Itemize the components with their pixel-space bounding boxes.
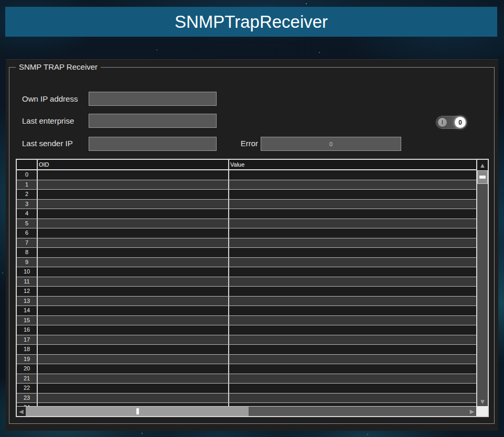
header-value-cell: Value (229, 160, 476, 169)
own-ip-address-field[interactable] (89, 92, 217, 106)
table-row[interactable]: 10 (17, 267, 476, 277)
vertical-scrollbar[interactable]: ▲ ▼ (476, 160, 488, 406)
background-speckles (0, 0, 1, 1)
last-enterprise-field[interactable] (89, 114, 217, 128)
scroll-down-button[interactable]: ▼ (477, 397, 488, 406)
row-oid-cell (38, 297, 229, 306)
row-oid-cell (38, 238, 229, 248)
row-index-cell: 23 (17, 394, 38, 403)
row-value-cell (229, 355, 476, 364)
table-row[interactable]: 18 (17, 345, 476, 355)
table-row[interactable]: 19 (17, 355, 476, 365)
table-body: 0 1 2 3 4 5 6 7 8 (17, 170, 476, 406)
scroll-left-button[interactable]: ◀ (17, 407, 26, 416)
table-row[interactable]: 9 (17, 258, 476, 268)
row-index-cell: 15 (17, 316, 38, 325)
row-oid-cell (38, 287, 229, 296)
table-row[interactable]: 20 (17, 364, 476, 374)
horizontal-scrollbar-thumb[interactable] (26, 407, 249, 416)
scroll-left-icon: ◀ (19, 408, 23, 415)
row-oid-cell (38, 325, 229, 335)
scroll-right-button[interactable]: ▶ (468, 407, 476, 416)
row-value-cell (229, 345, 476, 354)
table-row[interactable]: 14 (17, 306, 476, 316)
scroll-up-button[interactable]: ▲ (477, 160, 488, 170)
table-row[interactable]: 22 (17, 384, 476, 394)
row-oid-cell (38, 248, 229, 257)
table-row[interactable]: 12 (17, 287, 476, 297)
table-row[interactable]: 1 (17, 180, 476, 190)
row-value-cell (229, 267, 476, 277)
table-row[interactable]: 17 (17, 335, 476, 345)
row-value-cell (229, 297, 476, 306)
table-row[interactable]: 13 (17, 297, 476, 307)
last-sender-ip-field[interactable] (89, 137, 217, 151)
table-row[interactable]: 16 (17, 325, 476, 335)
table-row[interactable]: 7 (17, 238, 476, 248)
row-index-cell: 0 (17, 170, 38, 180)
row-value-cell (229, 287, 476, 296)
power-toggle-switch[interactable]: I 0 (436, 116, 466, 128)
row-value-cell (229, 219, 476, 228)
table-row[interactable]: 0 (17, 170, 476, 180)
table-row[interactable]: 2 (17, 190, 476, 200)
row-value-cell (229, 238, 476, 248)
row-value-cell (229, 170, 476, 180)
row-value-cell (229, 316, 476, 325)
row-oid-cell (38, 228, 229, 238)
row-value-cell (229, 374, 476, 384)
row-index-cell: 1 (17, 180, 38, 190)
app-window: SNMPTrapReceiver SNMP TRAP Receiver Own … (0, 0, 504, 437)
row-oid-cell (38, 258, 229, 267)
table-row[interactable]: 23 (17, 394, 476, 403)
toggle-on-glyph: I (442, 119, 443, 125)
table-header-row: OID Value (17, 160, 476, 170)
horizontal-scrollbar-track[interactable] (249, 407, 468, 416)
row-oid-cell (38, 345, 229, 354)
table-row[interactable]: 8 (17, 248, 476, 258)
row-oid-cell (38, 384, 229, 393)
last-enterprise-label: Last enterprise (22, 116, 74, 126)
row-index-cell: 18 (17, 345, 38, 354)
table-row[interactable]: 15 (17, 316, 476, 326)
table-row[interactable]: 4 (17, 209, 476, 219)
error-count-field[interactable] (261, 137, 401, 151)
row-index-cell: 8 (17, 248, 38, 257)
row-index-cell: 5 (17, 219, 38, 228)
vertical-scrollbar-track[interactable]: ▼ (477, 184, 488, 406)
row-value-cell (229, 384, 476, 393)
row-index-cell: 13 (17, 297, 38, 306)
row-value-cell (229, 335, 476, 345)
toggle-on-icon[interactable]: I (438, 118, 447, 127)
last-sender-ip-label: Last sender IP (22, 139, 73, 148)
toggle-off-icon[interactable]: 0 (455, 117, 466, 128)
row-oid-cell (38, 316, 229, 325)
row-value-cell (229, 394, 476, 403)
row-value-cell (229, 364, 476, 374)
row-oid-cell (38, 267, 229, 277)
table-row[interactable]: 3 (17, 200, 476, 210)
thumb-grip (136, 408, 139, 414)
row-oid-cell (38, 200, 229, 209)
row-value-cell (229, 209, 476, 218)
horizontal-scrollbar[interactable]: ◀ ▶ (17, 406, 476, 416)
row-oid-cell (38, 277, 229, 287)
row-index-cell: 6 (17, 228, 38, 238)
own-ip-address-label: Own IP address (22, 94, 78, 104)
page-title: SNMPTrapReceiver (175, 12, 328, 32)
header-index-cell (17, 160, 38, 169)
table-row[interactable]: 21 (17, 374, 476, 384)
row-value-cell (229, 325, 476, 335)
vertical-scrollbar-thumb[interactable] (477, 170, 488, 184)
table-row[interactable]: 11 (17, 277, 476, 287)
title-bar: SNMPTrapReceiver (5, 7, 497, 37)
row-oid-cell (38, 306, 229, 315)
row-index-cell: 21 (17, 374, 38, 384)
table-row[interactable]: 6 (17, 228, 476, 238)
row-index-cell: 16 (17, 325, 38, 335)
row-index-cell: 10 (17, 267, 38, 277)
row-index-cell: 9 (17, 258, 38, 267)
row-index-cell: 22 (17, 384, 38, 393)
row-oid-cell (38, 209, 229, 218)
table-row[interactable]: 5 (17, 219, 476, 229)
